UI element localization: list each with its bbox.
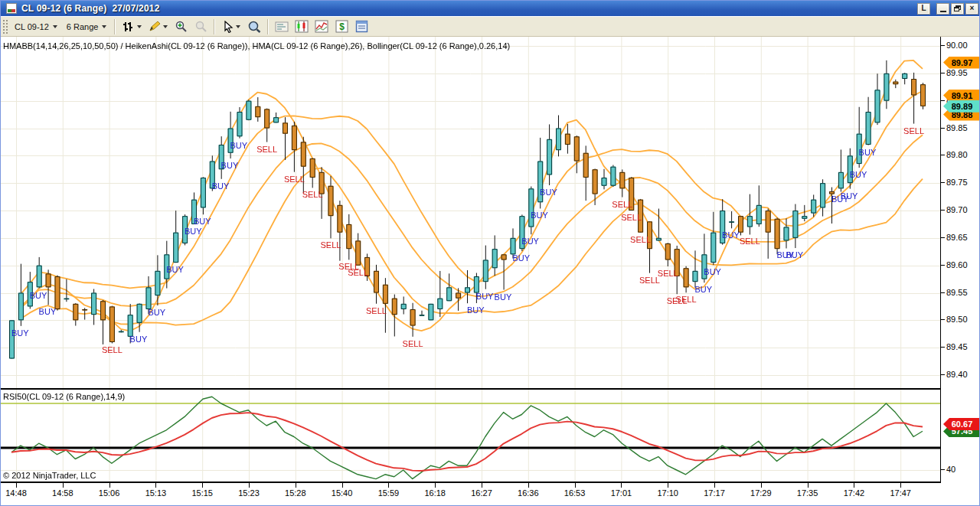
candlestick-chart-icon bbox=[295, 20, 309, 33]
time-tick-label: 15:13 bbox=[145, 488, 167, 498]
price-marker: 89.91 bbox=[943, 90, 980, 102]
price-tick-label: 89.65 bbox=[941, 233, 968, 242]
time-tick bbox=[575, 483, 576, 488]
time-tick bbox=[714, 483, 715, 488]
time-tick bbox=[63, 483, 64, 488]
price-tick-label: 89.85 bbox=[941, 123, 968, 132]
price-tick-label: 89.95 bbox=[941, 68, 968, 77]
bar-style-icon bbox=[122, 21, 135, 33]
chevron-down-icon bbox=[137, 25, 142, 28]
toolbar-separator bbox=[114, 19, 116, 34]
chevron-down-icon bbox=[236, 25, 240, 28]
close-button[interactable]: × bbox=[965, 3, 978, 15]
zoom-in-button[interactable] bbox=[172, 18, 190, 35]
chart-window: CL 09-12 (6 Range) 27/07/2012 L × CL 09-… bbox=[0, 0, 980, 506]
price-chart-canvas[interactable] bbox=[1, 37, 940, 388]
line-panel-button[interactable] bbox=[312, 18, 331, 35]
svg-text:$: $ bbox=[339, 21, 345, 32]
time-tick bbox=[528, 483, 529, 488]
time-tick-label: 15:15 bbox=[191, 488, 213, 498]
zoom-out-icon bbox=[194, 20, 207, 33]
interval-label: 6 Range bbox=[67, 22, 99, 31]
rsi-tick-label: 40 bbox=[941, 465, 956, 474]
time-tick bbox=[668, 483, 668, 488]
time-tick-label: 17:01 bbox=[611, 488, 632, 498]
price-marker: 89.89 bbox=[943, 100, 980, 113]
time-tick bbox=[761, 483, 762, 488]
line-chart-icon bbox=[315, 20, 328, 33]
time-axis[interactable]: 14:4814:5815:0615:1315:1515:2315:2815:40… bbox=[1, 483, 980, 506]
price-tick-label: 89.70 bbox=[941, 205, 968, 214]
properties-button[interactable] bbox=[352, 18, 371, 35]
title-bar[interactable]: CL 09-12 (6 Range) 27/07/2012 L × bbox=[1, 1, 980, 16]
zoom-out-button[interactable] bbox=[191, 18, 210, 35]
chart-trader-icon bbox=[275, 21, 289, 33]
link-button[interactable]: L bbox=[917, 3, 930, 15]
chart-app-icon bbox=[6, 3, 17, 14]
time-tick bbox=[621, 483, 622, 488]
chart-region: HMABB(14,14,26,25,10,50,50) / HeikenAshi… bbox=[1, 37, 980, 506]
price-tick-label: 89.80 bbox=[941, 150, 968, 159]
account-button[interactable]: $ bbox=[332, 18, 351, 35]
time-tick-label: 17:35 bbox=[797, 488, 818, 498]
time-tick-label: 17:29 bbox=[750, 488, 772, 498]
chart-trader-button[interactable] bbox=[273, 18, 291, 35]
time-tick-label: 14:48 bbox=[5, 488, 27, 498]
time-tick bbox=[808, 483, 808, 488]
rsi-chart-canvas[interactable] bbox=[1, 390, 940, 482]
price-tick-label: 89.60 bbox=[941, 260, 968, 269]
restore-icon bbox=[954, 5, 961, 11]
magnifier-icon bbox=[247, 20, 261, 33]
time-tick-label: 16:18 bbox=[424, 488, 446, 498]
rsi-marker: 60.67 bbox=[943, 418, 980, 430]
time-tick-label: 15:59 bbox=[378, 488, 400, 498]
price-indicator-label: HMABB(14,14,26,25,10,50,50) / HeikenAshi… bbox=[3, 41, 510, 51]
price-tick-label: 90.00 bbox=[941, 41, 968, 50]
copyright-label: © 2012 NinjaTrader, LLC bbox=[3, 471, 96, 480]
time-tick bbox=[482, 483, 482, 488]
rsi-indicator-label: RSI50(CL 09-12 (6 Range),14,9) bbox=[3, 392, 125, 401]
time-tick bbox=[854, 483, 854, 488]
price-tick-label: 89.50 bbox=[941, 315, 968, 324]
toolbar-separator bbox=[267, 19, 269, 34]
draw-button[interactable] bbox=[145, 18, 170, 35]
instrument-label: CL 09-12 bbox=[15, 22, 49, 31]
time-tick-label: 15:06 bbox=[99, 488, 120, 498]
zoom-in-icon bbox=[175, 20, 188, 33]
time-tick-label: 16:27 bbox=[471, 488, 492, 498]
data-box-button[interactable] bbox=[245, 18, 263, 35]
minimize-icon bbox=[940, 11, 946, 12]
time-tick bbox=[342, 483, 343, 488]
candlestick-panel-button[interactable] bbox=[292, 18, 311, 35]
time-tick-label: 15:40 bbox=[332, 488, 353, 498]
instrument-dropdown[interactable]: CL 09-12 bbox=[10, 20, 62, 34]
time-tick bbox=[202, 483, 203, 488]
price-marker: 89.97 bbox=[943, 57, 980, 69]
chevron-down-icon bbox=[163, 25, 168, 28]
interval-dropdown[interactable]: 6 Range bbox=[62, 20, 112, 34]
toolbar-separator bbox=[214, 19, 215, 34]
time-tick-label: 17:42 bbox=[844, 488, 865, 498]
time-tick bbox=[109, 483, 110, 488]
time-tick bbox=[388, 483, 389, 488]
time-tick-label: 14:58 bbox=[52, 488, 74, 498]
price-tick-label: 89.40 bbox=[941, 370, 968, 379]
time-tick bbox=[435, 483, 436, 488]
time-tick-label: 16:53 bbox=[564, 488, 586, 498]
time-tick bbox=[16, 483, 17, 488]
chevron-down-icon bbox=[53, 25, 57, 28]
time-tick-label: 17:47 bbox=[890, 488, 911, 498]
restore-button[interactable] bbox=[951, 3, 964, 15]
toolbar-grip[interactable] bbox=[2, 19, 8, 34]
time-tick bbox=[155, 483, 156, 488]
minimize-button[interactable] bbox=[936, 3, 949, 15]
price-axis[interactable]: 90.0089.9589.9089.8589.8089.7589.7089.65… bbox=[940, 37, 980, 483]
pencil-icon bbox=[148, 21, 161, 33]
price-tick-label: 89.75 bbox=[941, 178, 968, 187]
chart-style-button[interactable] bbox=[119, 18, 144, 35]
time-tick bbox=[249, 483, 250, 488]
time-tick-label: 17:17 bbox=[704, 488, 725, 498]
price-tick-label: 89.45 bbox=[941, 342, 968, 351]
cursor-button[interactable] bbox=[219, 18, 243, 35]
price-tick-label: 89.55 bbox=[941, 288, 968, 297]
